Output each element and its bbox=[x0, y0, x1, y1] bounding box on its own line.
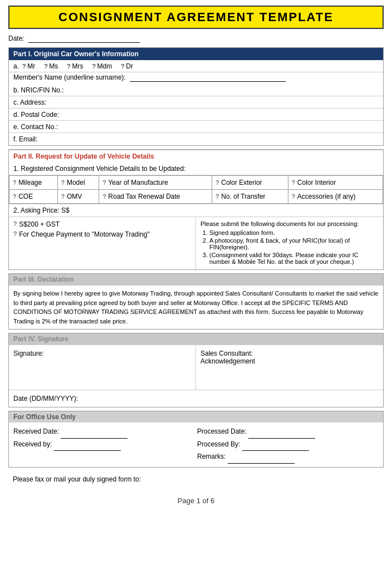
sales-consultant-label: Sales Consultant: bbox=[200, 350, 379, 357]
vehicle-color-exterior: ? Color Exterior bbox=[212, 176, 288, 190]
part2-header: Part II. Request for Update of Vehicle D… bbox=[9, 150, 383, 163]
office-left: Received Date: Received by: bbox=[13, 426, 195, 464]
date-line: Date: bbox=[8, 35, 384, 43]
asking-right: Please submit the following documents fo… bbox=[196, 217, 383, 269]
processed-date-field[interactable] bbox=[248, 426, 315, 439]
doc-2: A photocopy, front & back, of your NRIC(… bbox=[209, 237, 379, 250]
signature-date-row: Date (DD/MM/YYYY): bbox=[9, 390, 383, 407]
part4-header: Part IV. Signature bbox=[9, 333, 383, 345]
salutation-ms[interactable]: ? Ms bbox=[44, 62, 58, 70]
part3-section: Part III. Declaration By signing below I… bbox=[8, 273, 384, 330]
received-date-field[interactable] bbox=[61, 426, 128, 439]
vehicle-table: ? Mileage ? Model ? Year of Manufacture … bbox=[9, 175, 383, 204]
fax-note: Please fax or mail your duly signed form… bbox=[8, 471, 384, 488]
registered-label: 1. Registered Consignment Vehicle Detail… bbox=[9, 163, 383, 175]
vehicle-road-tax: ? Road Tax Renewal Date bbox=[99, 190, 212, 204]
part2-section: Part II. Request for Update of Vehicle D… bbox=[8, 149, 384, 270]
price-option-1: ? S$200 + GST bbox=[13, 220, 191, 228]
email-row: f. Email: bbox=[9, 133, 383, 145]
vehicle-year: ? Year of Manufacture bbox=[99, 176, 212, 190]
vehicle-omv: ? OMV bbox=[57, 190, 99, 204]
office-grid: Received Date: Received by: Processed Da… bbox=[9, 422, 383, 467]
part4-section: Part IV. Signature Signature: Sales Cons… bbox=[8, 333, 384, 407]
documents-title: Please submit the following documents fo… bbox=[200, 220, 379, 227]
postal-row: d. Postal Code: bbox=[9, 109, 383, 121]
declaration-text: By signing below I hereby agree to give … bbox=[9, 285, 383, 329]
salutation-mr[interactable]: ? Mr bbox=[22, 62, 35, 70]
acknowledgement-label: Acknowledgement bbox=[200, 357, 379, 365]
received-by-field[interactable] bbox=[54, 439, 121, 451]
processed-date-row: Processed Date: bbox=[197, 426, 379, 439]
page-indicator: Page 1 of 6 bbox=[8, 488, 384, 514]
asking-price-label: 2. Asking Price: S$ bbox=[9, 204, 383, 217]
sig-right: Sales Consultant: Acknowledgement bbox=[196, 345, 383, 390]
asking-price-section: ? S$200 + GST ? For Cheque Payment to "M… bbox=[9, 217, 383, 269]
vehicle-color-interior: ? Color Interior bbox=[288, 176, 383, 190]
processed-by-field[interactable] bbox=[242, 439, 309, 451]
address-row: c. Address: bbox=[9, 96, 383, 109]
vehicle-row-2: ? COE ? OMV ? Road Tax Renewal Date ? bbox=[9, 190, 383, 204]
vehicle-coe: ? COE bbox=[9, 190, 58, 204]
part3-header: Part III. Declaration bbox=[9, 274, 383, 285]
part1-section: Part I. Original Car Owner's Information… bbox=[8, 47, 384, 146]
office-header: For Office Use Only bbox=[9, 411, 383, 422]
part1-header: Part I. Original Car Owner's Information bbox=[9, 48, 383, 60]
remarks-row: Remarks: bbox=[197, 451, 379, 464]
signature-grid: Signature: Sales Consultant: Acknowledge… bbox=[9, 345, 383, 390]
received-date-row: Received Date: bbox=[13, 426, 195, 439]
vehicle-mileage: ? Mileage bbox=[9, 176, 58, 190]
received-by-row: Received by: bbox=[13, 439, 195, 451]
main-title: CONSIGNMENT AGREEMENT TEMPLATE bbox=[8, 6, 384, 29]
vehicle-model: ? Model bbox=[57, 176, 99, 190]
member-name-field[interactable] bbox=[130, 73, 286, 82]
salutation-group: ? Mr ? Ms ? Mrs ? Mdm ? Dr bbox=[22, 62, 133, 70]
salutation-mrs[interactable]: ? Mrs bbox=[67, 62, 83, 70]
asking-left: ? S$200 + GST ? For Cheque Payment to "M… bbox=[9, 217, 196, 269]
salutation-row: a. ? Mr ? Ms ? Mrs ? Mdm ? Dr bbox=[9, 60, 383, 72]
member-name-row: Member's Name (underline surname): bbox=[9, 72, 383, 84]
sig-left: Signature: bbox=[9, 345, 196, 390]
processed-by-row: Processed By: bbox=[197, 439, 379, 451]
contact-row: e. Contact No.: bbox=[9, 121, 383, 133]
documents-list: Signed application form. A photocopy, fr… bbox=[200, 229, 379, 265]
doc-3: (Consignment valid for 30days. Please in… bbox=[209, 252, 379, 265]
vehicle-row-1: ? Mileage ? Model ? Year of Manufacture … bbox=[9, 176, 383, 190]
office-right: Processed Date: Processed By: Remarks: bbox=[197, 426, 379, 464]
nric-row: b. NRIC/FIN No.: bbox=[9, 84, 383, 96]
vehicle-transfer: ? No. of Transfer bbox=[212, 190, 288, 204]
vehicle-accessories: ? Accessories (if any) bbox=[288, 190, 383, 204]
date-field[interactable] bbox=[28, 35, 140, 43]
signature-label: Signature: bbox=[13, 350, 191, 357]
office-section: For Office Use Only Received Date: Recei… bbox=[8, 411, 384, 468]
salutation-mdm[interactable]: ? Mdm bbox=[92, 62, 112, 70]
doc-1: Signed application form. bbox=[209, 229, 379, 236]
remarks-field[interactable] bbox=[228, 451, 295, 464]
salutation-dr[interactable]: ? Dr bbox=[121, 62, 133, 70]
price-option-2: ? For Cheque Payment to "Motorway Tradin… bbox=[13, 230, 191, 238]
